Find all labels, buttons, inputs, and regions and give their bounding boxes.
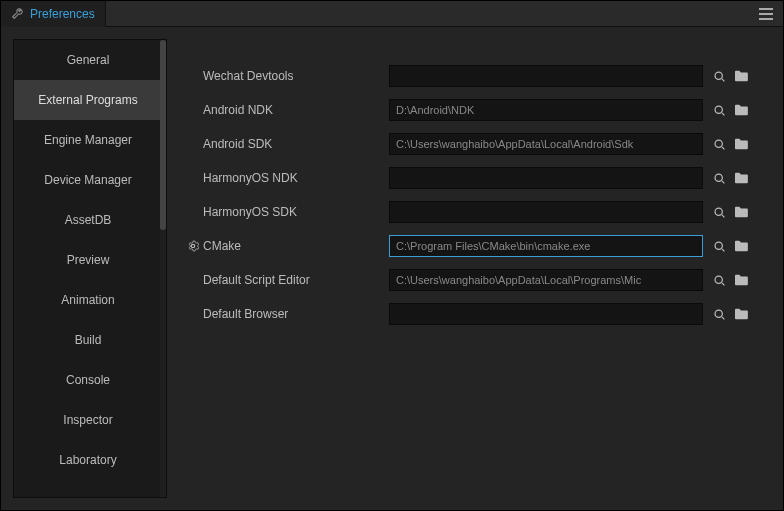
field-row: Default Browser — [185, 303, 749, 325]
field-row: Default Script EditorC:\Users\wanghaibo\… — [185, 269, 749, 291]
field-label: HarmonyOS NDK — [203, 171, 389, 185]
titlebar: Preferences — [1, 1, 783, 27]
sidebar-item-label: Device Manager — [44, 173, 131, 187]
sidebar-item-label: Console — [66, 373, 110, 387]
folder-icon[interactable] — [733, 170, 749, 186]
svg-line-4 — [721, 78, 723, 80]
field-label: Default Script Editor — [203, 273, 389, 287]
svg-line-8 — [721, 146, 723, 148]
path-input[interactable] — [389, 201, 703, 223]
svg-line-14 — [721, 248, 723, 250]
field-actions — [703, 204, 749, 220]
field-label: Default Browser — [203, 307, 389, 321]
folder-icon[interactable] — [733, 68, 749, 84]
field-label: Wechat Devtools — [203, 69, 389, 83]
sidebar-item-label: General — [67, 53, 110, 67]
search-icon[interactable] — [711, 272, 727, 288]
sidebar-item-preview[interactable]: Preview — [14, 240, 162, 280]
sidebar-item-label: External Programs — [38, 93, 137, 107]
svg-point-3 — [715, 72, 722, 79]
field-actions — [703, 102, 749, 118]
svg-point-13 — [715, 242, 722, 249]
folder-icon[interactable] — [733, 136, 749, 152]
field-actions — [703, 170, 749, 186]
field-row: Wechat Devtools — [185, 65, 749, 87]
menu-button[interactable] — [749, 1, 783, 26]
svg-point-15 — [715, 276, 722, 283]
search-icon[interactable] — [711, 306, 727, 322]
field-label: CMake — [203, 239, 389, 253]
search-icon[interactable] — [711, 170, 727, 186]
sidebar-item-label: Animation — [61, 293, 114, 307]
field-actions — [703, 136, 749, 152]
svg-line-6 — [721, 112, 723, 114]
folder-icon[interactable] — [733, 204, 749, 220]
search-icon[interactable] — [711, 204, 727, 220]
sidebar-item-external-programs[interactable]: External Programs — [14, 80, 162, 120]
svg-line-16 — [721, 282, 723, 284]
field-row: Android NDKD:\Android\NDK — [185, 99, 749, 121]
gear-icon[interactable] — [185, 238, 201, 254]
search-icon[interactable] — [711, 102, 727, 118]
folder-icon[interactable] — [733, 306, 749, 322]
search-icon[interactable] — [711, 238, 727, 254]
field-actions — [703, 272, 749, 288]
path-input[interactable]: C:\Users\wanghaibo\AppData\Local\Program… — [389, 269, 703, 291]
field-row: CMakeC:\Program Files\CMake\bin\cmake.ex… — [185, 235, 749, 257]
svg-rect-0 — [759, 8, 773, 10]
field-label: Android NDK — [203, 103, 389, 117]
sidebar-item-laboratory[interactable]: Laboratory — [14, 440, 162, 480]
field-label: Android SDK — [203, 137, 389, 151]
search-icon[interactable] — [711, 136, 727, 152]
path-input[interactable]: D:\Android\NDK — [389, 99, 703, 121]
sidebar: GeneralExternal ProgramsEngine ManagerDe… — [13, 39, 167, 498]
sidebar-item-console[interactable]: Console — [14, 360, 162, 400]
svg-point-7 — [715, 140, 722, 147]
field-row: HarmonyOS NDK — [185, 167, 749, 189]
sidebar-item-engine-manager[interactable]: Engine Manager — [14, 120, 162, 160]
path-input[interactable]: C:\Users\wanghaibo\AppData\Local\Android… — [389, 133, 703, 155]
folder-icon[interactable] — [733, 102, 749, 118]
sidebar-item-assetdb[interactable]: AssetDB — [14, 200, 162, 240]
sidebar-scrollbar[interactable] — [160, 40, 166, 497]
search-icon[interactable] — [711, 68, 727, 84]
sidebar-item-animation[interactable]: Animation — [14, 280, 162, 320]
sidebar-item-label: AssetDB — [65, 213, 112, 227]
svg-point-5 — [715, 106, 722, 113]
content-panel: Wechat DevtoolsAndroid NDKD:\Android\NDK… — [179, 39, 771, 498]
tab-title: Preferences — [30, 7, 95, 21]
sidebar-item-label: Inspector — [63, 413, 112, 427]
sidebar-item-label: Preview — [67, 253, 110, 267]
scrollbar-thumb[interactable] — [160, 40, 166, 230]
svg-rect-2 — [759, 18, 773, 20]
svg-rect-1 — [759, 13, 773, 15]
field-actions — [703, 238, 749, 254]
sidebar-item-label: Engine Manager — [44, 133, 132, 147]
svg-line-10 — [721, 180, 723, 182]
tab-preferences[interactable]: Preferences — [1, 1, 106, 27]
sidebar-item-label: Build — [75, 333, 102, 347]
field-row: Android SDKC:\Users\wanghaibo\AppData\Lo… — [185, 133, 749, 155]
sidebar-item-inspector[interactable]: Inspector — [14, 400, 162, 440]
svg-line-18 — [721, 316, 723, 318]
field-actions — [703, 306, 749, 322]
sidebar-item-general[interactable]: General — [14, 40, 162, 80]
svg-point-11 — [715, 208, 722, 215]
field-actions — [703, 68, 749, 84]
path-input[interactable] — [389, 303, 703, 325]
field-row: HarmonyOS SDK — [185, 201, 749, 223]
field-label: HarmonyOS SDK — [203, 205, 389, 219]
path-input[interactable]: C:\Program Files\CMake\bin\cmake.exe — [389, 235, 703, 257]
folder-icon[interactable] — [733, 238, 749, 254]
svg-point-9 — [715, 174, 722, 181]
path-input[interactable] — [389, 167, 703, 189]
svg-point-17 — [715, 310, 722, 317]
folder-icon[interactable] — [733, 272, 749, 288]
sidebar-item-build[interactable]: Build — [14, 320, 162, 360]
wrench-icon — [11, 7, 24, 20]
path-input[interactable] — [389, 65, 703, 87]
sidebar-item-label: Laboratory — [59, 453, 116, 467]
svg-line-12 — [721, 214, 723, 216]
sidebar-item-device-manager[interactable]: Device Manager — [14, 160, 162, 200]
